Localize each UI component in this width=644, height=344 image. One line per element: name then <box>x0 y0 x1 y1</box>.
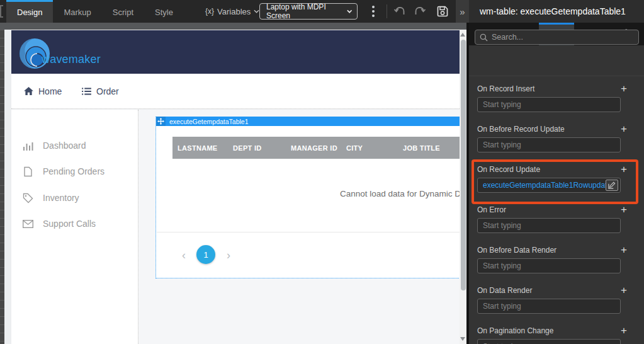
event-input-on-error[interactable] <box>477 218 621 233</box>
table-header-row: LASTNAME DEPT ID MANAGER ID CITY JOB TIT… <box>172 137 460 159</box>
brand-name: wavemaker <box>42 53 101 66</box>
datatable-widget: executeGetempdataTable1 LASTNAME DEPT ID… <box>155 117 460 278</box>
sidebar-label: Pending Orders <box>43 166 105 176</box>
wavemaker-studio: Design Markup Script Style {x} Variables… <box>0 0 644 344</box>
tab-design[interactable]: Design <box>6 0 53 23</box>
clipped-toolbar-icon <box>0 5 3 18</box>
column-header-city[interactable]: CITY <box>346 137 363 159</box>
add-event-button[interactable]: + <box>619 286 628 295</box>
search-input[interactable] <box>492 33 634 42</box>
scroll-down-arrow[interactable] <box>460 337 465 341</box>
nav-home-label: Home <box>38 86 62 96</box>
event-section-on-before-data-render: On Before Data Render + <box>477 245 628 282</box>
sidebar-item-support-calls[interactable]: Support Calls <box>11 215 137 232</box>
event-label: On Error <box>477 205 506 214</box>
sidebar-label: Inventory <box>43 193 79 203</box>
event-sections: On Record Insert + On Before Record Upda… <box>469 76 644 344</box>
edit-icon <box>608 181 616 189</box>
canvas-vertical-scrollbar[interactable] <box>460 30 466 344</box>
add-event-button[interactable]: + <box>619 165 628 174</box>
event-section-on-record-insert: On Record Insert + <box>477 84 628 120</box>
nav-item-home[interactable]: Home <box>24 74 62 109</box>
table-empty-message: Cannot load data for Dynamic Data <box>340 189 460 198</box>
document-icon <box>23 166 33 177</box>
widget-selection-bar[interactable]: executeGetempdataTable1 <box>156 117 460 126</box>
sidebar-item-dashboard[interactable]: Dashboard <box>11 137 137 154</box>
toolbar-divider <box>387 4 387 18</box>
device-preview-select[interactable]: Laptop with MDPI Screen <box>259 3 358 20</box>
envelope-icon <box>23 219 33 229</box>
properties-panel: wm-table: executeGetempdataTable1 <box>469 0 644 344</box>
event-input-on-pagination-change[interactable] <box>477 339 621 344</box>
scroll-up-arrow[interactable] <box>460 33 465 37</box>
variables-icon: {x} <box>205 7 214 16</box>
canvas-top-edge <box>0 23 466 30</box>
design-canvas: wavemaker Home Order <box>4 30 460 344</box>
move-handle-icon[interactable] <box>156 117 166 126</box>
sidebar-item-inventory[interactable]: Inventory <box>11 189 137 207</box>
event-input-on-data-render[interactable] <box>477 299 621 314</box>
undo-button[interactable] <box>392 4 408 19</box>
device-preview-value: Laptop with MDPI Screen <box>266 3 347 20</box>
column-header-managerid[interactable]: MANAGER ID <box>291 137 337 159</box>
event-label: On Record Insert <box>477 84 534 93</box>
edit-handler-button[interactable] <box>606 180 618 191</box>
event-label: On Before Data Render <box>477 246 556 255</box>
chevron-down-icon <box>254 9 259 13</box>
mode-tabs: Design Markup Script Style <box>6 0 184 23</box>
tab-style[interactable]: Style <box>144 0 184 23</box>
add-event-button[interactable]: + <box>619 125 628 134</box>
chevron-down-icon <box>347 9 352 13</box>
event-section-on-error: On Error + <box>477 205 628 241</box>
panel-search-box <box>475 30 639 45</box>
app-page-header: wavemaker <box>11 30 460 74</box>
column-header-jobtitle[interactable]: JOB TITLE <box>403 137 440 159</box>
save-button[interactable] <box>434 4 451 19</box>
event-label: On Pagination Change <box>477 326 553 335</box>
tag-icon <box>23 193 33 204</box>
event-input-on-record-insert[interactable] <box>477 97 621 112</box>
scrollbar-thumb[interactable] <box>461 40 466 290</box>
more-options-kebab-icon[interactable] <box>369 4 378 18</box>
table-footer-divider <box>157 232 460 232</box>
event-handler-link[interactable]: executeGetempdataTable1Rowupdate <box>483 181 606 190</box>
undo-icon <box>393 6 406 17</box>
studio-toolbar: Design Markup Script Style {x} Variables… <box>0 0 469 23</box>
event-section-on-before-record-update: On Before Record Update + <box>477 124 628 161</box>
pagination-page-1-button[interactable]: 1 <box>196 245 215 264</box>
event-section-on-record-update: On Record Update + executeGetempdataTabl… <box>477 164 628 201</box>
add-event-button[interactable]: + <box>619 326 628 335</box>
event-section-on-data-render: On Data Render + <box>477 285 628 322</box>
column-header-lastname[interactable]: LASTNAME <box>178 137 218 159</box>
nav-item-order[interactable]: Order <box>82 74 119 109</box>
canvas-ruler-strip <box>0 30 4 344</box>
event-value-row: executeGetempdataTable1Rowupdate <box>477 178 621 193</box>
event-input-on-before-record-update[interactable] <box>477 137 621 152</box>
variables-label: Variables <box>217 7 251 16</box>
variables-button[interactable]: {x} Variables <box>205 0 259 23</box>
bar-chart-icon <box>23 140 33 151</box>
column-header-deptid[interactable]: DEPT ID <box>233 137 262 159</box>
pagination-prev-button[interactable]: ‹ <box>179 249 188 262</box>
redo-button[interactable] <box>412 4 428 19</box>
add-event-button[interactable]: + <box>619 84 628 93</box>
tab-script[interactable]: Script <box>102 0 144 23</box>
list-icon <box>82 88 91 95</box>
home-icon <box>24 87 33 96</box>
pagination-next-button[interactable]: › <box>224 249 233 262</box>
event-section-on-pagination-change: On Pagination Change + <box>477 326 628 344</box>
sidebar-item-pending-orders[interactable]: Pending Orders <box>11 163 137 180</box>
app-page-body: Dashboard Pending Orders Inventory <box>11 110 460 344</box>
search-icon <box>480 33 488 42</box>
add-event-button[interactable]: + <box>619 246 628 255</box>
sidebar-label: Dashboard <box>43 140 86 151</box>
collapse-panel-button[interactable]: » <box>456 0 469 23</box>
add-event-button[interactable]: + <box>619 205 628 214</box>
event-label: On Data Render <box>477 286 532 295</box>
redo-icon <box>414 6 426 17</box>
save-icon <box>436 5 449 18</box>
nav-order-label: Order <box>96 86 119 96</box>
event-input-on-before-data-render[interactable] <box>477 258 621 273</box>
tab-markup[interactable]: Markup <box>53 0 101 23</box>
app-navbar: Home Order <box>11 74 460 109</box>
